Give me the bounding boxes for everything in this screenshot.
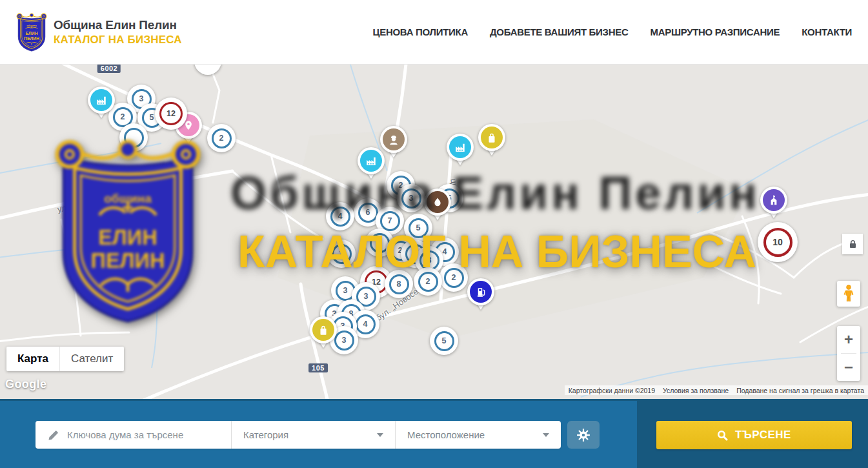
map-cluster[interactable]: 8 xyxy=(385,270,413,298)
bag-icon xyxy=(317,323,330,336)
nav-item[interactable]: ДОБАВЕТЕ ВАШИЯТ БИЗНЕС xyxy=(490,26,628,37)
map-cluster[interactable]: 12 xyxy=(155,97,187,130)
nav-item[interactable]: ЦЕНОВА ПОЛИТИКА xyxy=(373,26,468,37)
site-subtitle: КАТАЛОГ НА БИЗНЕСА xyxy=(54,34,182,46)
cluster-count: 2 xyxy=(332,244,352,264)
cluster-count: 2 xyxy=(418,272,438,292)
nav-item[interactable]: КОНТАКТИ xyxy=(802,26,852,37)
cluster-count: 2 xyxy=(212,128,232,148)
map-pin-factory[interactable] xyxy=(88,86,115,114)
map-type-satellite-button[interactable]: Сателит xyxy=(59,347,124,371)
zoom-control: + − xyxy=(837,326,860,381)
map-cluster[interactable]: 4 xyxy=(326,202,354,230)
cluster-count: 5 xyxy=(434,331,454,351)
worker-icon xyxy=(387,133,400,146)
attribution-link[interactable]: Подаване на сигнал за грешка в картата xyxy=(732,387,868,394)
map-pin-church[interactable] xyxy=(760,187,787,214)
factory-icon xyxy=(95,94,108,107)
cluster-count: 10 xyxy=(763,228,792,257)
cluster-count xyxy=(124,128,144,148)
municipality-shield-icon xyxy=(16,12,47,52)
cluster-count: 5 xyxy=(409,218,429,238)
search-input-group: Категория Местоположение xyxy=(35,421,561,449)
map-cluster[interactable]: 3 xyxy=(397,184,425,212)
cluster-count: 6 xyxy=(358,203,378,223)
advanced-settings-button[interactable] xyxy=(567,421,600,449)
map-attribution: Картографски данни ©2019Условия за ползв… xyxy=(565,385,868,395)
factory-icon xyxy=(365,154,378,167)
factory-icon xyxy=(454,141,467,154)
map-cluster[interactable]: 5 xyxy=(404,214,432,242)
cluster-count: 7 xyxy=(380,211,400,231)
map-cluster[interactable]: 5 xyxy=(430,327,458,355)
attribution-text: Картографски данни ©2019 xyxy=(565,387,659,394)
zoom-out-button[interactable]: − xyxy=(837,354,860,381)
street-view-pegman[interactable] xyxy=(837,281,860,307)
google-logo[interactable]: Google xyxy=(5,378,46,391)
search-button[interactable]: ТЪРСЕНЕ xyxy=(656,421,852,449)
cluster-count: 2 xyxy=(444,268,464,288)
cluster-count: 3 xyxy=(401,188,421,209)
search-panel: Категория Местоположение xyxy=(0,399,868,468)
cluster-count: 12 xyxy=(159,102,183,125)
map-cluster[interactable]: 10 xyxy=(758,222,798,262)
fuel-icon xyxy=(474,285,487,298)
keyword-input[interactable] xyxy=(67,429,216,440)
site-logo[interactable]: Община Елин Пелин КАТАЛОГ НА БИЗНЕСА xyxy=(16,12,182,52)
cluster-count: 3 xyxy=(334,331,354,351)
pegman-icon xyxy=(843,285,854,303)
search-button-label: ТЪРСЕНЕ xyxy=(735,429,791,442)
header: Община Елин Пелин КАТАЛОГ НА БИЗНЕСА ЦЕН… xyxy=(0,0,868,65)
cluster-count: 4 xyxy=(356,314,376,334)
map-pin-factory[interactable] xyxy=(447,134,474,161)
map-pin-bag[interactable] xyxy=(478,124,505,151)
church-icon xyxy=(767,194,780,207)
map-cluster[interactable]: 2 xyxy=(207,124,236,152)
gear-icon xyxy=(576,428,590,442)
map-cluster[interactable]: 2 xyxy=(327,239,356,268)
pencil-icon xyxy=(47,429,59,441)
map-cluster[interactable]: 2 xyxy=(439,263,468,292)
map-pin-bag[interactable] xyxy=(310,316,337,343)
map-pin-flame[interactable] xyxy=(424,188,451,216)
zoom-in-button[interactable]: + xyxy=(837,326,860,353)
map-cluster[interactable]: 2 xyxy=(414,267,442,296)
cluster-count: 8 xyxy=(389,274,409,294)
flame-icon xyxy=(431,196,444,209)
map-cluster[interactable] xyxy=(119,123,148,152)
lock-indicator xyxy=(842,234,863,254)
map-pin-partial[interactable] xyxy=(194,65,221,75)
chevron-down-icon xyxy=(543,433,549,437)
site-title: Община Елин Пелин xyxy=(54,18,182,32)
category-dropdown[interactable]: Категория xyxy=(231,421,395,449)
location-dropdown[interactable]: Местоположение xyxy=(395,421,561,449)
keyword-section xyxy=(35,421,231,449)
map-markers: 3251222356475427428221283338433510 xyxy=(0,65,868,399)
attribution-link[interactable]: Условия за ползване xyxy=(659,387,732,394)
nav-item[interactable]: МАРШРУТНО РАЗПИСАНИЕ xyxy=(650,26,780,37)
lock-icon xyxy=(847,239,858,250)
map-pin-fuel[interactable] xyxy=(467,278,494,305)
search-icon xyxy=(717,430,728,441)
app-root: община ЕЛИН ПЕЛИН Община Елин Пелин КАТА… xyxy=(0,0,868,468)
main-nav: ЦЕНОВА ПОЛИТИКАДОБАВЕТЕ ВАШИЯТ БИЗНЕСМАР… xyxy=(373,26,852,37)
map-type-control: Карта Сателит xyxy=(6,347,124,371)
cluster-count: 4 xyxy=(330,207,350,227)
location-dropdown-value: Местоположение xyxy=(407,429,543,440)
bag-icon xyxy=(485,131,498,144)
category-dropdown-value: Категория xyxy=(243,429,377,440)
map-type-map-button[interactable]: Карта xyxy=(6,347,59,371)
map-pin-factory[interactable] xyxy=(358,147,385,174)
chevron-down-icon xyxy=(377,433,383,437)
map-canvas[interactable]: 6002105ул. Преславбул. „Новоселци 325122… xyxy=(0,65,868,399)
